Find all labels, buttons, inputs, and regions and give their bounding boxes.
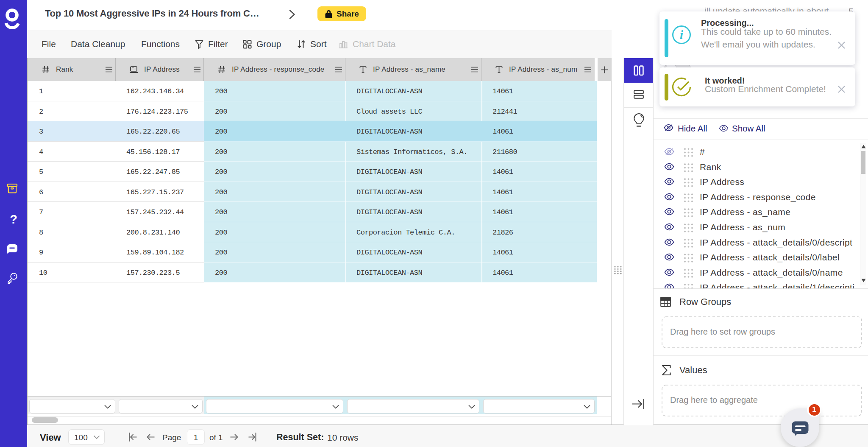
svg-text:i: i	[680, 28, 684, 42]
